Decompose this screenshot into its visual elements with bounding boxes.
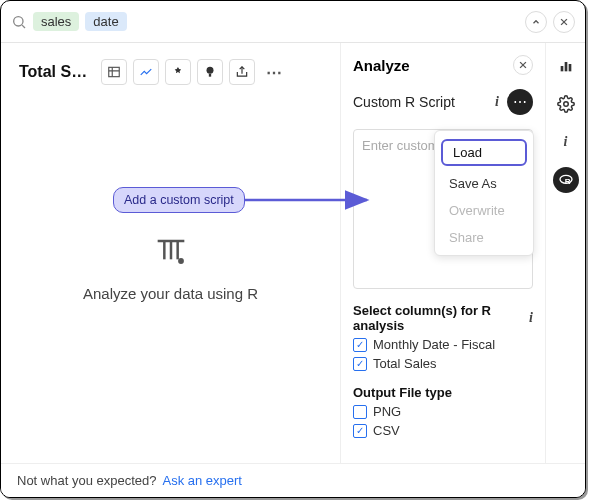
search-chip-sales[interactable]: sales — [33, 12, 79, 31]
svg-rect-17 — [564, 62, 567, 71]
svg-point-13 — [179, 259, 182, 262]
insight-button[interactable] — [197, 59, 223, 85]
ask-expert-link[interactable]: Ask an expert — [162, 473, 242, 488]
script-more-button[interactable]: ⋯ — [507, 89, 533, 115]
info-icon[interactable]: i — [529, 310, 533, 326]
arrow-icon — [245, 190, 375, 210]
menu-save-as[interactable]: Save As — [441, 174, 527, 193]
custom-script-label: Custom R Script — [353, 94, 487, 110]
menu-load[interactable]: Load — [441, 139, 527, 166]
svg-line-1 — [22, 25, 25, 28]
footer: Not what you expected? Ask an expert — [1, 463, 585, 497]
empty-state-caption: Analyze your data using R — [83, 285, 258, 302]
checkbox-checked-icon: ✓ — [353, 357, 367, 371]
search-bar: sales date — [1, 1, 585, 43]
menu-overwrite: Overwrite — [441, 201, 527, 220]
checkbox-label: Monthly Date - Fiscal — [373, 337, 495, 352]
rail-r-button[interactable]: R — [553, 167, 579, 193]
rail-info-button[interactable]: i — [553, 129, 579, 155]
svg-point-7 — [207, 67, 214, 74]
output-section-label: Output File type — [353, 385, 533, 400]
svg-rect-4 — [109, 67, 120, 76]
rail-chart-button[interactable] — [553, 53, 579, 79]
pin-button[interactable] — [165, 59, 191, 85]
info-icon[interactable]: i — [495, 94, 499, 110]
collapse-button[interactable] — [525, 11, 547, 33]
viz-title: Total S… — [19, 63, 95, 81]
script-menu: Load Save As Overwrite Share — [434, 130, 534, 256]
svg-rect-16 — [560, 66, 563, 71]
share-button[interactable] — [229, 59, 255, 85]
main-panel: Total S… — [1, 43, 340, 463]
close-button[interactable] — [553, 11, 575, 33]
checkbox-label: PNG — [373, 404, 401, 419]
script-textarea[interactable]: Enter custom script Load Save As Overwri… — [353, 129, 533, 289]
menu-share: Share — [441, 228, 527, 247]
script-placeholder: Enter custom script — [362, 138, 442, 153]
footer-prompt: Not what you expected? — [17, 473, 156, 488]
rail-settings-button[interactable] — [553, 91, 579, 117]
svg-point-0 — [14, 16, 23, 25]
annotation-text: Add a custom script — [113, 187, 245, 213]
svg-text:R: R — [564, 177, 570, 186]
search-icon — [11, 14, 27, 30]
annotation-callout: Add a custom script — [113, 187, 375, 213]
trend-icon — [151, 231, 191, 275]
analyze-title: Analyze — [353, 57, 513, 74]
output-checkbox-csv[interactable]: ✓ CSV — [353, 423, 533, 438]
more-button[interactable]: ⋯ — [261, 59, 287, 85]
column-checkbox-monthly-date[interactable]: ✓ Monthly Date - Fiscal — [353, 337, 533, 352]
checkbox-checked-icon: ✓ — [353, 338, 367, 352]
output-checkbox-png[interactable]: ✓ PNG — [353, 404, 533, 419]
svg-rect-8 — [209, 74, 211, 77]
analyze-close-button[interactable] — [513, 55, 533, 75]
table-view-button[interactable] — [101, 59, 127, 85]
column-checkbox-total-sales[interactable]: ✓ Total Sales — [353, 356, 533, 371]
search-chip-date[interactable]: date — [85, 12, 126, 31]
svg-rect-18 — [568, 64, 571, 71]
checkbox-label: Total Sales — [373, 356, 437, 371]
analyze-panel: Analyze Custom R Script i ⋯ Enter custom… — [340, 43, 545, 463]
checkbox-empty-icon: ✓ — [353, 405, 367, 419]
checkbox-checked-icon: ✓ — [353, 424, 367, 438]
columns-section-label: Select column(s) for R analysis i — [353, 303, 533, 333]
checkbox-label: CSV — [373, 423, 400, 438]
side-rail: i R — [545, 43, 585, 463]
svg-point-19 — [563, 102, 568, 107]
chart-view-button[interactable] — [133, 59, 159, 85]
